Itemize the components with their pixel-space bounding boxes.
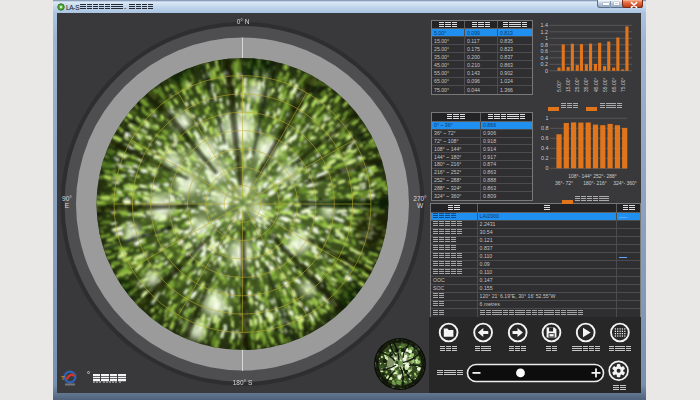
svg-text:1: 1 <box>545 35 548 41</box>
svg-text:1.4: 1.4 <box>541 22 549 28</box>
svg-text:65.00°: 65.00° <box>611 77 617 92</box>
svg-text:0.8: 0.8 <box>541 125 549 131</box>
svg-text:15.00°: 15.00° <box>565 77 571 92</box>
svg-text:0.8: 0.8 <box>541 42 549 48</box>
svg-text:36°- 72°: 36°- 72° <box>555 180 573 186</box>
svg-text:1.2: 1.2 <box>541 29 549 35</box>
svg-text:35.00°: 35.00° <box>583 77 589 92</box>
svg-text:25.00°: 25.00° <box>574 77 580 92</box>
svg-text:252°- 288°: 252°- 288° <box>593 173 617 179</box>
svg-text:T: T <box>61 375 65 381</box>
svg-text:324°- 360°: 324°- 360° <box>613 180 637 186</box>
svg-text:45.00°: 45.00° <box>593 77 599 92</box>
svg-text:75.00°: 75.00° <box>620 77 626 92</box>
svg-text:1: 1 <box>546 115 549 121</box>
svg-text:0: 0 <box>545 68 548 74</box>
svg-text:5.00°: 5.00° <box>556 80 562 92</box>
svg-text:0.6: 0.6 <box>541 48 549 54</box>
svg-text:0.2: 0.2 <box>541 155 549 161</box>
svg-text:0.4: 0.4 <box>541 55 549 61</box>
svg-text:180°- 216°: 180°- 216° <box>583 180 607 186</box>
svg-text:108°- 144°: 108°- 144° <box>568 173 592 179</box>
svg-text:0: 0 <box>546 165 549 171</box>
svg-text:55.00°: 55.00° <box>602 77 608 92</box>
svg-text:0.6: 0.6 <box>541 135 549 141</box>
svg-text:0.4: 0.4 <box>541 145 549 151</box>
svg-text:0.2: 0.2 <box>541 61 549 67</box>
